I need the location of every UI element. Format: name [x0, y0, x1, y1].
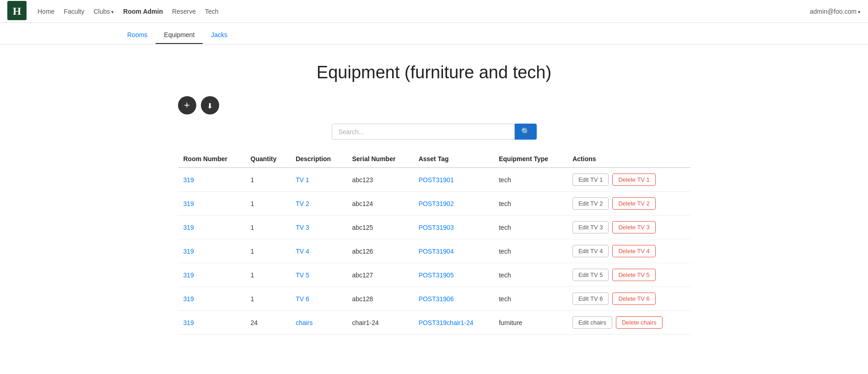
- edit-button-1[interactable]: Edit TV 2: [572, 197, 609, 210]
- col-quantity: Quantity: [245, 151, 291, 168]
- cell-actions-5: Edit TV 6 Delete TV 6: [567, 287, 690, 311]
- edit-button-5[interactable]: Edit TV 6: [572, 293, 609, 305]
- edit-button-4[interactable]: Edit TV 5: [572, 269, 609, 281]
- actions-group-3: Edit TV 4 Delete TV 4: [572, 245, 685, 257]
- delete-button-2[interactable]: Delete TV 3: [612, 221, 655, 233]
- edit-button-2[interactable]: Edit TV 3: [572, 221, 609, 233]
- cell-room-3: 319: [178, 239, 245, 263]
- room-link-6[interactable]: 319: [183, 319, 194, 326]
- desc-link-1[interactable]: TV 2: [296, 200, 309, 207]
- edit-button-0[interactable]: Edit TV 1: [572, 173, 609, 186]
- edit-button-6[interactable]: Edit chairs: [572, 316, 612, 329]
- cell-eq-type-4: tech: [493, 263, 567, 287]
- download-icon: [207, 100, 213, 111]
- search-input[interactable]: [332, 124, 515, 140]
- desc-link-4[interactable]: TV 5: [296, 271, 309, 279]
- search-button[interactable]: 🔍: [515, 124, 537, 140]
- delete-button-3[interactable]: Delete TV 4: [612, 245, 655, 257]
- actions-group-0: Edit TV 1 Delete TV 1: [572, 173, 685, 186]
- cell-quantity-4: 1: [245, 263, 291, 287]
- asset-link-6[interactable]: POST319chair1-24: [419, 319, 474, 326]
- cell-room-2: 319: [178, 216, 245, 239]
- page-content: Equipment (furniture and tech) 🔍 Room Nu…: [160, 44, 709, 344]
- delete-button-1[interactable]: Delete TV 2: [612, 197, 655, 210]
- desc-link-5[interactable]: TV 6: [296, 295, 309, 303]
- cell-asset-tag-2: POST31903: [413, 216, 494, 239]
- actions-group-4: Edit TV 5 Delete TV 5: [572, 269, 685, 281]
- edit-button-3[interactable]: Edit TV 4: [572, 245, 609, 257]
- cell-room-1: 319: [178, 192, 245, 216]
- actions-group-5: Edit TV 6 Delete TV 6: [572, 293, 685, 305]
- cell-actions-2: Edit TV 3 Delete TV 3: [567, 216, 690, 239]
- cell-asset-tag-4: POST31905: [413, 263, 494, 287]
- col-serial-number: Serial Number: [346, 151, 413, 168]
- tab-jacks[interactable]: Jacks: [203, 27, 236, 44]
- cell-quantity-1: 1: [245, 192, 291, 216]
- nav-user-menu[interactable]: admin@foo.com: [810, 8, 861, 15]
- cell-description-5: TV 6: [290, 287, 346, 311]
- table-row: 319 1 TV 5 abc127 POST31905 tech Edit TV…: [178, 263, 690, 287]
- brand-logo-container: H: [7, 1, 27, 22]
- cell-eq-type-1: tech: [493, 192, 567, 216]
- cell-serial-4: abc127: [346, 263, 413, 287]
- table-row: 319 1 TV 3 abc125 POST31903 tech Edit TV…: [178, 216, 690, 239]
- cell-eq-type-3: tech: [493, 239, 567, 263]
- page-title: Equipment (furniture and tech): [178, 63, 690, 82]
- cell-quantity-3: 1: [245, 239, 291, 263]
- cell-quantity-6: 24: [245, 311, 291, 335]
- asset-link-2[interactable]: POST31903: [419, 224, 454, 231]
- cell-asset-tag-3: POST31904: [413, 239, 494, 263]
- room-link-5[interactable]: 319: [183, 295, 194, 303]
- cell-room-4: 319: [178, 263, 245, 287]
- cell-actions-0: Edit TV 1 Delete TV 1: [567, 168, 690, 192]
- col-room-number: Room Number: [178, 151, 245, 168]
- cell-actions-4: Edit TV 5 Delete TV 5: [567, 263, 690, 287]
- tab-equipment[interactable]: Equipment: [156, 27, 203, 44]
- cell-eq-type-2: tech: [493, 216, 567, 239]
- add-equipment-button[interactable]: [178, 96, 196, 114]
- col-asset-tag: Asset Tag: [413, 151, 494, 168]
- delete-button-5[interactable]: Delete TV 6: [612, 293, 655, 305]
- action-buttons: [178, 96, 690, 114]
- nav-reserve[interactable]: Reserve: [172, 8, 196, 15]
- actions-group-6: Edit chairs Delete chairs: [572, 316, 685, 329]
- desc-link-6[interactable]: chairs: [296, 319, 313, 326]
- tab-rooms[interactable]: Rooms: [119, 27, 156, 44]
- col-actions: Actions: [567, 151, 690, 168]
- table-row: 319 1 TV 6 abc128 POST31906 tech Edit TV…: [178, 287, 690, 311]
- asset-link-5[interactable]: POST31906: [419, 295, 454, 303]
- table-row: 319 24 chairs chair1-24 POST319chair1-24…: [178, 311, 690, 335]
- download-button[interactable]: [201, 96, 219, 114]
- room-link-4[interactable]: 319: [183, 271, 194, 279]
- nav-clubs[interactable]: Clubs: [93, 8, 114, 15]
- desc-link-0[interactable]: TV 1: [296, 176, 309, 184]
- svg-text:H: H: [13, 5, 22, 17]
- nav-tech[interactable]: Tech: [205, 8, 219, 15]
- asset-link-1[interactable]: POST31902: [419, 200, 454, 207]
- delete-button-6[interactable]: Delete chairs: [616, 316, 663, 329]
- nav-home[interactable]: Home: [38, 8, 54, 15]
- delete-button-0[interactable]: Delete TV 1: [612, 173, 655, 186]
- desc-link-3[interactable]: TV 4: [296, 248, 309, 255]
- cell-description-4: TV 5: [290, 263, 346, 287]
- cell-description-1: TV 2: [290, 192, 346, 216]
- cell-description-2: TV 3: [290, 216, 346, 239]
- cell-serial-6: chair1-24: [346, 311, 413, 335]
- room-link-1[interactable]: 319: [183, 200, 194, 207]
- asset-link-3[interactable]: POST31904: [419, 248, 454, 255]
- room-link-3[interactable]: 319: [183, 248, 194, 255]
- cell-room-5: 319: [178, 287, 245, 311]
- room-link-0[interactable]: 319: [183, 176, 194, 184]
- cell-description-6: chairs: [290, 311, 346, 335]
- equipment-table: Room Number Quantity Description Serial …: [178, 151, 690, 335]
- nav-faculty[interactable]: Faculty: [64, 8, 84, 15]
- table-row: 319 1 TV 2 abc124 POST31902 tech Edit TV…: [178, 192, 690, 216]
- nav-room-admin[interactable]: Room Admin: [123, 8, 163, 15]
- asset-link-4[interactable]: POST31905: [419, 271, 454, 279]
- room-link-2[interactable]: 319: [183, 224, 194, 231]
- delete-button-4[interactable]: Delete TV 5: [612, 269, 655, 281]
- cell-asset-tag-0: POST31901: [413, 168, 494, 192]
- cell-serial-3: abc126: [346, 239, 413, 263]
- asset-link-0[interactable]: POST31901: [419, 176, 454, 184]
- desc-link-2[interactable]: TV 3: [296, 224, 309, 231]
